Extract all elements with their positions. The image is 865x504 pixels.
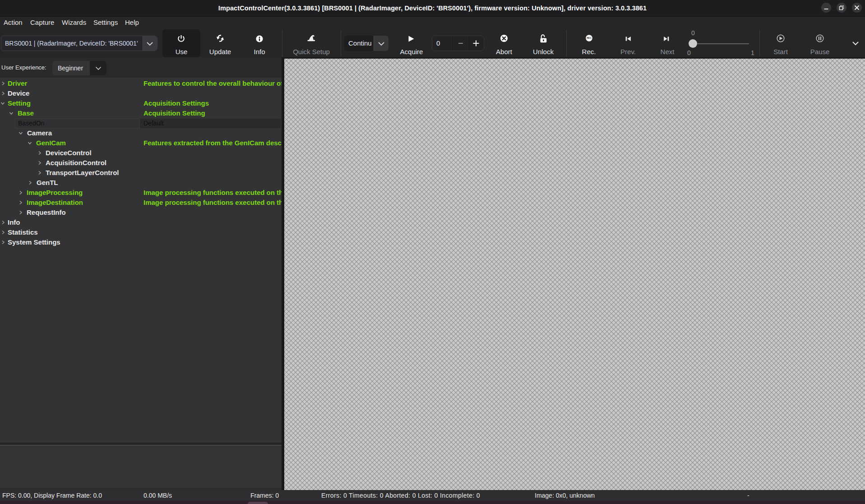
svg-text:REC: REC xyxy=(587,37,592,39)
